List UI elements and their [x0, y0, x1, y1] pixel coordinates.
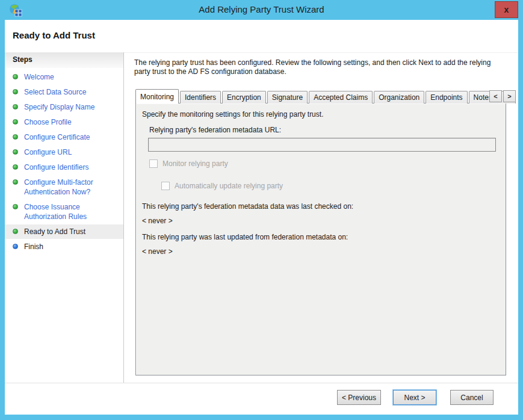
monitoring-tab-panel: Specify the monitoring settings for this… — [135, 103, 506, 375]
sidebar-item-choose-profile: Choose Profile — [5, 117, 123, 127]
auto-update-checkbox[interactable] — [161, 182, 170, 190]
tab-organization[interactable]: Organization — [374, 91, 424, 103]
sidebar-item-configure-mfa: Configure Multi-factor Authentication No… — [5, 178, 123, 197]
last-updated-value: < never > — [142, 247, 173, 256]
monitor-relying-party-checkbox-row: Monitor relying party — [149, 159, 228, 168]
step-current-icon — [13, 229, 18, 234]
monitoring-intro-text: Specify the monitoring settings for this… — [142, 110, 323, 119]
steps-list: Welcome Select Data Source Specify Displ… — [5, 68, 123, 252]
step-done-icon — [13, 134, 18, 140]
tab-identifiers[interactable]: Identifiers — [180, 91, 221, 103]
metadata-url-label: Relying party's federation metadata URL: — [149, 126, 281, 134]
page-title: Ready to Add Trust — [13, 30, 95, 40]
tab-encryption[interactable]: Encryption — [222, 91, 266, 103]
sidebar-item-choose-issuance-rules: Choose Issuance Authorization Rules — [5, 202, 123, 221]
window-title: Add Relying Party Trust Wizard — [0, 4, 523, 14]
last-checked-label: This relying party's federation metadata… — [142, 202, 353, 211]
sidebar-item-configure-certificate: Configure Certificate — [5, 132, 123, 142]
step-done-icon — [13, 164, 18, 170]
wizard-window: Add Relying Party Trust Wizard x Ready t… — [0, 0, 523, 420]
step-done-icon — [13, 74, 18, 79]
sidebar-item-welcome: Welcome — [5, 72, 123, 82]
tab-monitoring[interactable]: Monitoring — [135, 89, 179, 103]
close-button[interactable]: x — [495, 1, 518, 18]
next-button[interactable]: Next > — [393, 390, 436, 405]
tab-signature[interactable]: Signature — [267, 91, 308, 103]
steps-heading: Steps — [5, 52, 123, 68]
sidebar-divider — [123, 52, 124, 383]
sidebar-item-finish: Finish — [5, 242, 123, 252]
step-future-icon — [13, 244, 18, 249]
step-done-icon — [13, 89, 18, 94]
sidebar-item-specify-display-name: Specify Display Name — [5, 102, 123, 112]
titlebar: Add Relying Party Trust Wizard x — [0, 0, 523, 20]
steps-sidebar: Steps Welcome Select Data Source Specify… — [5, 52, 123, 383]
cancel-button[interactable]: Cancel — [450, 390, 494, 405]
sidebar-item-ready-to-add-trust: Ready to Add Trust — [5, 224, 123, 239]
step-done-icon — [13, 179, 18, 185]
tab-endpoints[interactable]: Endpoints — [426, 91, 467, 103]
step-done-icon — [13, 104, 18, 110]
auto-update-label: Automatically update relying party — [175, 182, 283, 190]
previous-button[interactable]: < Previous — [337, 390, 381, 405]
tab-scroll-right-icon[interactable]: > — [503, 90, 516, 102]
auto-update-checkbox-row: Automatically update relying party — [161, 182, 283, 190]
sidebar-item-configure-identifiers: Configure Identifiers — [5, 162, 123, 172]
step-done-icon — [13, 119, 18, 125]
last-updated-label: This relying party was last updated from… — [142, 233, 348, 241]
last-checked-value: < never > — [142, 217, 173, 225]
sidebar-item-configure-url: Configure URL — [5, 147, 123, 157]
settings-tabstrip: Monitoring Identifiers Encryption Signat… — [135, 88, 516, 103]
step-done-icon — [13, 204, 18, 209]
step-done-icon — [13, 149, 18, 155]
wizard-description: The relying party trust has been configu… — [134, 58, 504, 76]
monitor-relying-party-label: Monitor relying party — [162, 159, 228, 168]
sidebar-item-select-data-source: Select Data Source — [5, 87, 123, 97]
footer-divider — [5, 383, 518, 383]
tab-accepted-claims[interactable]: Accepted Claims — [309, 91, 373, 103]
dialog-body: Ready to Add Trust Steps Welcome Select … — [5, 20, 518, 415]
metadata-url-input[interactable] — [148, 138, 496, 152]
tab-scroll-left-icon[interactable]: < — [489, 90, 502, 102]
monitor-relying-party-checkbox[interactable] — [149, 159, 158, 168]
